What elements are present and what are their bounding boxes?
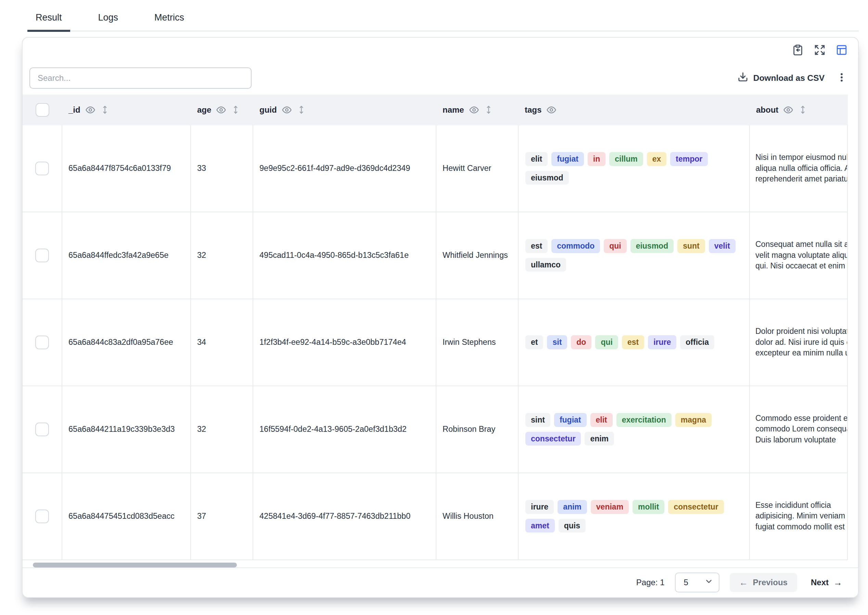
sort-icon[interactable] — [484, 105, 493, 114]
horizontal-scrollbar[interactable] — [33, 563, 237, 567]
cell-name: Robinson Bray — [436, 386, 519, 473]
column-header-guid: guid — [253, 105, 436, 115]
eye-icon[interactable] — [783, 105, 793, 115]
tag-chip: tempor — [670, 152, 708, 166]
tab-bar: Result Logs Metrics — [27, 10, 859, 31]
arrow-left-icon: ← — [739, 578, 748, 587]
tag-chip: enim — [584, 432, 614, 446]
cell-about: Consequat amet nulla sit aute velit magn… — [750, 212, 848, 298]
clipboard-import-icon — [792, 44, 804, 57]
column-label-tags[interactable]: tags — [525, 105, 541, 115]
row-select-cell — [23, 299, 62, 386]
table-row: 65a6a844c83a2df0a95a76ee341f2f3b4f-ee92-… — [23, 299, 848, 386]
cell-tags: sintfugiatelitexercitationmagnaconsectet… — [519, 386, 750, 473]
panel-action-icons — [790, 43, 849, 58]
page-size-value: 5 — [684, 578, 688, 587]
more-options-button[interactable] — [836, 72, 847, 84]
cell-tags: estcommodoquieiusmodsuntvelitullamco — [519, 212, 750, 298]
column-header-about: about — [750, 105, 848, 115]
eye-icon[interactable] — [216, 105, 226, 115]
cell-guid: 495cad11-0c4a-4950-865d-b13c5c3fa61e — [253, 212, 436, 298]
fullscreen-button[interactable] — [812, 43, 827, 58]
tag-chip: commodo — [552, 239, 600, 253]
search-input[interactable] — [30, 67, 252, 89]
next-button[interactable]: Next → — [807, 573, 846, 592]
column-label-about[interactable]: about — [756, 105, 778, 115]
tag-chip: sit — [547, 335, 567, 349]
select-all-checkbox[interactable] — [36, 103, 49, 117]
tag-chip: velit — [709, 239, 736, 253]
table-view-toggle-button[interactable] — [834, 43, 849, 58]
row-checkbox[interactable] — [35, 423, 49, 436]
tab-metrics[interactable]: Metrics — [146, 10, 192, 30]
cell-age: 32 — [191, 386, 253, 473]
cell-guid: 9e9e95c2-661f-4d97-ad9e-d369dc4d2349 — [253, 125, 436, 212]
arrow-right-icon: → — [834, 578, 842, 587]
row-checkbox[interactable] — [35, 248, 49, 262]
eye-icon[interactable] — [546, 105, 556, 115]
column-label-guid[interactable]: guid — [259, 105, 277, 115]
cell-name: Willis Houston — [436, 473, 519, 560]
cell-id: 65a6a844ffedc3fa42a9e65e — [62, 212, 191, 298]
cell-guid: 425841e4-3d69-4f77-8857-7463db211bb0 — [253, 473, 436, 560]
cell-guid: 16f5594f-0de2-4a13-9605-2a0ef3d1b3d2 — [253, 386, 436, 473]
sort-icon[interactable] — [100, 105, 109, 114]
cell-age: 34 — [191, 299, 253, 386]
page-size-select[interactable]: 5 — [675, 573, 720, 592]
row-select-cell — [23, 212, 62, 298]
table-header-row: _idageguidnametagsabout — [23, 95, 848, 125]
table-row: 65a6a844ffedc3fa42a9e65e32495cad11-0c4a-… — [23, 212, 848, 299]
tag-chip: fugiat — [552, 152, 584, 166]
table-row: 65a6a8447f8754c6a0133f79339e9e95c2-661f-… — [23, 125, 848, 212]
row-checkbox[interactable] — [35, 509, 49, 523]
tag-chip: in — [587, 152, 605, 166]
row-checkbox[interactable] — [35, 162, 49, 175]
column-label-name[interactable]: name — [443, 105, 464, 115]
row-select-cell — [23, 473, 62, 560]
tag-chip: irure — [648, 335, 676, 349]
cell-age: 32 — [191, 212, 253, 298]
table-row: 65a6a84475451cd083d5eacc37425841e4-3d69-… — [23, 473, 848, 560]
eye-icon[interactable] — [282, 105, 292, 115]
result-panel: Download as CSV _idageguidnametagsabout … — [22, 37, 859, 598]
previous-button[interactable]: ← Previous — [730, 573, 797, 592]
column-header-age: age — [191, 105, 253, 115]
sort-icon[interactable] — [231, 105, 240, 114]
tag-chip: et — [525, 335, 543, 349]
page-indicator: Page: 1 — [636, 578, 665, 587]
cell-about: Commodo esse proident ex commodo Lorem c… — [750, 386, 848, 473]
row-checkbox[interactable] — [35, 336, 49, 349]
tag-chip: consectetur — [525, 432, 581, 446]
download-csv-label: Download as CSV — [753, 73, 824, 83]
eye-icon[interactable] — [469, 105, 479, 115]
cell-tags: irureanimveniammollitconsecteturametquis — [519, 473, 750, 560]
sort-icon[interactable] — [798, 105, 807, 114]
cell-id: 65a6a84475451cd083d5eacc — [62, 473, 191, 560]
tag-chip: quis — [559, 519, 586, 533]
copy-to-clipboard-button[interactable] — [790, 43, 806, 58]
tag-chip: consectetur — [668, 500, 723, 514]
tag-chip: elit — [525, 152, 548, 166]
tag-chip: fugiat — [554, 413, 587, 427]
cell-tags: elitfugiatincillumextemporeiusmod — [519, 125, 750, 212]
toolbar: Download as CSV — [23, 67, 858, 89]
cell-guid: 1f2f3b4f-ee92-4a14-b59c-a3e0bb7174e4 — [253, 299, 436, 386]
tab-logs[interactable]: Logs — [90, 10, 127, 30]
column-label-age[interactable]: age — [197, 105, 211, 115]
sort-icon[interactable] — [297, 105, 306, 114]
download-csv-button[interactable]: Download as CSV — [738, 72, 824, 84]
row-select-cell — [23, 125, 62, 212]
tag-chip: ex — [647, 152, 667, 166]
tag-chip: mollit — [633, 500, 664, 514]
tag-chip: ullamco — [525, 258, 566, 272]
tag-chip: est — [525, 239, 548, 253]
cell-id: 65a6a8447f8754c6a0133f79 — [62, 125, 191, 212]
tag-chip: eiusmod — [630, 239, 674, 253]
tag-chip: officia — [680, 335, 714, 349]
kebab-menu-icon — [836, 72, 847, 84]
eye-icon[interactable] — [85, 105, 95, 115]
tab-result[interactable]: Result — [27, 10, 70, 32]
cell-id: 65a6a844c83a2df0a95a76ee — [62, 299, 191, 386]
cell-about: Dolor proident nisi voluptate dolor ad. … — [750, 299, 848, 386]
column-label-_id[interactable]: _id — [69, 105, 80, 115]
